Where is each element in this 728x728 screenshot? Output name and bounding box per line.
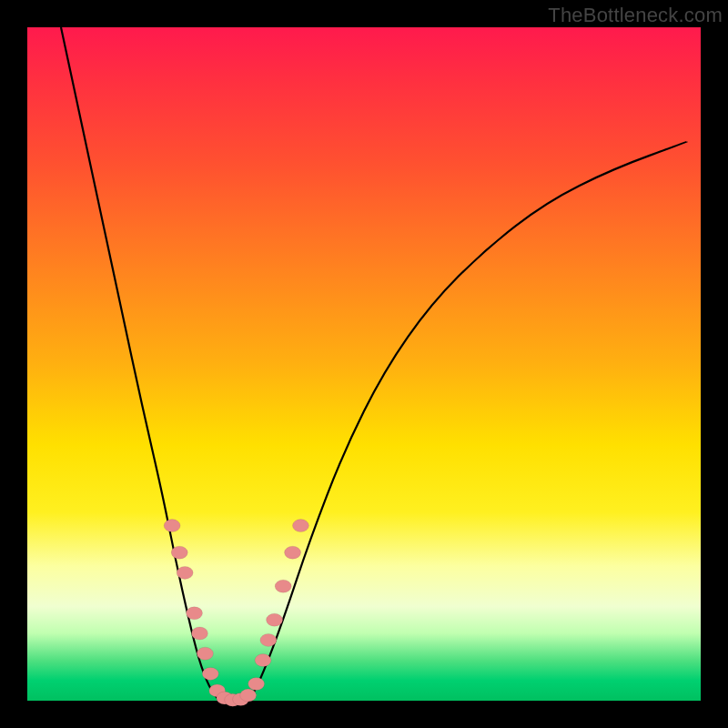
marker-bead [248,678,265,691]
marker-bead [292,520,308,532]
curve-right-branch [249,142,687,701]
marker-bead [202,667,218,680]
marker-bead [171,546,187,559]
watermark-text: TheBottleneck.com [548,4,723,27]
marker-bead [191,627,207,640]
marker-bead [197,647,213,660]
marker-bead [164,520,180,532]
marker-bead [177,566,193,579]
marker-group [164,520,308,707]
chart-svg [27,27,701,701]
marker-bead [275,580,291,592]
marker-bead [285,546,301,559]
marker-bead [240,689,257,702]
marker-bead [267,613,283,626]
marker-bead [260,633,277,646]
marker-bead [255,654,271,667]
curve-left-branch [61,27,219,701]
marker-bead [187,607,203,620]
